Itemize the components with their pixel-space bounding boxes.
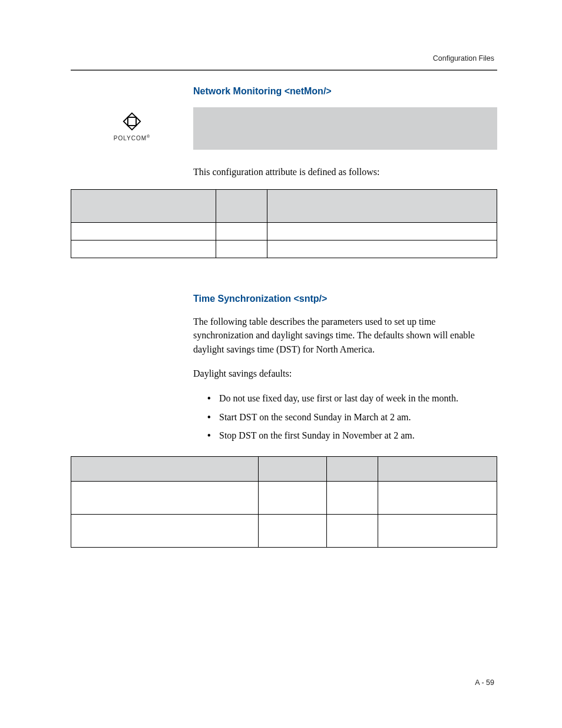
- list-item: Do not use fixed day, use first or last …: [207, 391, 497, 406]
- table-row: [71, 223, 497, 241]
- svg-marker-3: [136, 117, 140, 126]
- logo-block: POLYCOM®: [71, 107, 193, 141]
- svg-marker-1: [128, 126, 136, 130]
- svg-marker-2: [124, 117, 128, 126]
- polycom-logo-text: POLYCOM®: [114, 134, 150, 141]
- sntp-paragraph-1: The following table describes the parame…: [193, 315, 497, 356]
- polycom-logo-icon: [121, 112, 143, 133]
- table-row: [71, 514, 497, 547]
- header-rule: [71, 70, 497, 71]
- netmon-attribute-table: [71, 189, 497, 258]
- table-row: [71, 481, 497, 514]
- note-callout: POLYCOM®: [71, 107, 497, 150]
- sntp-parameters-table: [71, 456, 497, 548]
- table-row: [71, 241, 497, 258]
- list-item: Stop DST on the first Sunday in November…: [207, 428, 497, 443]
- table-header-row: [71, 190, 497, 223]
- intro-text-1: This configuration attribute is defined …: [193, 165, 497, 179]
- svg-marker-4: [128, 117, 136, 126]
- note-grey-box: [193, 107, 497, 150]
- table-header-row: [71, 456, 497, 481]
- dst-defaults-list: Do not use fixed day, use first or last …: [207, 391, 497, 443]
- section-title-netmon: Network Monitoring <netMon/>: [193, 86, 497, 97]
- running-header: Configuration Files: [433, 54, 494, 62]
- list-item: Start DST on the second Sunday in March …: [207, 410, 497, 425]
- page: Configuration Files Network Monitoring <…: [0, 0, 562, 728]
- sntp-paragraph-2: Daylight savings defaults:: [193, 367, 497, 380]
- section-title-sntp: Time Synchronization <sntp/>: [193, 294, 497, 304]
- svg-marker-0: [128, 113, 136, 117]
- page-number: A - 59: [475, 678, 494, 687]
